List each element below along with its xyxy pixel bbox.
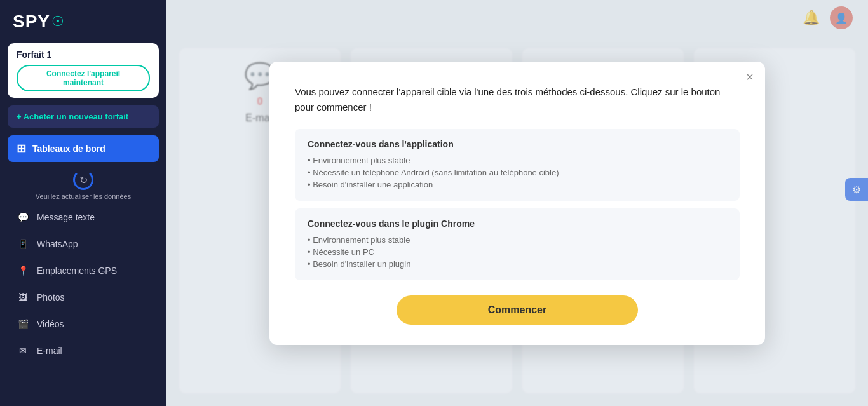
commencer-button[interactable]: Commencer: [397, 295, 638, 325]
email-icon: ✉: [17, 344, 29, 357]
email-label: E-mail: [37, 346, 62, 356]
method-app-point-1: Environnement plus stable: [308, 154, 727, 166]
whatsapp-label: WhatsApp: [37, 239, 78, 249]
location-icon: 📍: [17, 264, 29, 277]
method-chrome-title: Connectez-vous dans le plugin Chrome: [308, 219, 727, 229]
sidebar-item-gps[interactable]: 📍 Emplacements GPS: [0, 257, 166, 284]
method-app-point-2: Nécessite un téléphone Android (sans lim…: [308, 166, 727, 179]
method-chrome-point-3: Besoin d'installer un plugin: [308, 258, 727, 270]
modal-close-button[interactable]: ×: [746, 71, 754, 83]
modal-description: Vous pouvez connecter l'appareil cible v…: [295, 85, 740, 115]
sidebar-item-sms[interactable]: 💬 Message texte: [0, 204, 166, 231]
dashboard-label: Tableaux de bord: [32, 144, 105, 154]
sidebar-item-email[interactable]: ✉ E-mail: [0, 337, 166, 364]
sidebar-item-dashboard[interactable]: ⊞ Tableaux de bord: [8, 135, 159, 162]
videos-label: Vidéos: [37, 319, 64, 329]
method-chrome-point-2: Nécessite un PC: [308, 246, 727, 258]
whatsapp-icon: 📱: [17, 238, 29, 250]
plan-card: Forfait 1 Connectez l'appareilmaintenant: [8, 43, 159, 98]
sync-label: Veuillez actualiser les données: [36, 193, 131, 200]
sidebar: SPY ☉ Forfait 1 Connectez l'appareilmain…: [0, 0, 166, 406]
photo-icon: 🖼: [17, 291, 29, 304]
sms-label: Message texte: [37, 212, 95, 222]
method-app-points: Environnement plus stable Nécessite un t…: [308, 154, 727, 191]
new-plan-button[interactable]: + Acheter un nouveau forfait: [8, 105, 159, 128]
sync-indicator: ↻ Veuillez actualiser les données: [0, 163, 166, 204]
plan-title: Forfait 1: [17, 50, 150, 60]
sidebar-item-videos[interactable]: 🎬 Vidéos: [0, 311, 166, 337]
gps-label: Emplacements GPS: [37, 266, 117, 276]
sidebar-item-photos[interactable]: 🖼 Photos: [0, 284, 166, 311]
photos-label: Photos: [37, 292, 65, 302]
sync-icon: ↻: [73, 170, 93, 190]
method-card-chrome: Connectez-vous dans le plugin Chrome Env…: [295, 208, 740, 280]
connect-device-button[interactable]: Connectez l'appareilmaintenant: [17, 65, 150, 91]
method-chrome-point-1: Environnement plus stable: [308, 234, 727, 246]
method-card-app: Connectez-vous dans l'application Enviro…: [295, 129, 740, 201]
method-app-title: Connectez-vous dans l'application: [308, 139, 727, 149]
logo-icon: ☉: [51, 13, 64, 30]
connect-modal: × Vous pouvez connecter l'appareil cible…: [269, 62, 765, 345]
modal-overlay: × Vous pouvez connecter l'appareil cible…: [166, 0, 868, 406]
method-chrome-points: Environnement plus stable Nécessite un P…: [308, 234, 727, 270]
logo-text: SPY: [13, 11, 50, 32]
message-icon: 💬: [17, 211, 29, 224]
new-plan-label: + Acheter un nouveau forfait: [17, 112, 128, 121]
main-area: 🔔 👤 💬 0 E-mail ⚙ × Vous pouvez connecter…: [166, 0, 868, 406]
logo-area: SPY ☉: [0, 0, 166, 39]
dashboard-icon: ⊞: [17, 142, 26, 156]
sidebar-item-whatsapp[interactable]: 📱 WhatsApp: [0, 231, 166, 257]
method-app-point-3: Besoin d'installer une application: [308, 179, 727, 191]
video-icon: 🎬: [17, 318, 29, 330]
